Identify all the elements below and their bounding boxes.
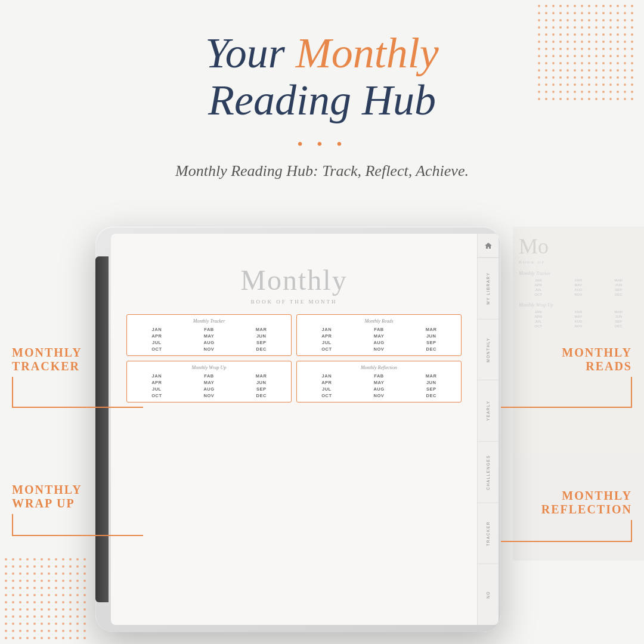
section-label-reads: Monthly Reads <box>302 318 456 324</box>
dots-decoration: • • • <box>0 135 644 154</box>
bg-section-label-1: Monthly Tracker <box>519 271 638 276</box>
section-monthly-tracker: Monthly Tracker JANFABMAR APRMAYJUN JULA… <box>126 314 292 356</box>
label-tracker-text: TRACKER <box>12 360 143 373</box>
bg-months-wrap: JANFARMAR APRMAYJUN JULAUGSEP OCTNOVDEC <box>519 310 638 328</box>
sidebar-item-challenges[interactable]: CHALLENGES <box>478 441 499 503</box>
label-reads-connector-horiz <box>501 407 632 408</box>
label-wrap-connector-horiz <box>12 535 143 536</box>
label-reads-connector-vert <box>631 377 632 407</box>
label-reflection-connector-vert <box>631 520 632 541</box>
label-wrap-up-text2: WRAP UP <box>12 497 143 510</box>
sidebar-home-icon[interactable] <box>478 234 499 258</box>
sidebar-item-no[interactable]: NO <box>478 564 499 625</box>
sidebar-item-my-library[interactable]: MY LIBRARY <box>478 258 499 319</box>
label-monthly-reads: MONTHLY READS <box>501 346 632 408</box>
bg-page-title: Mo <box>519 234 638 259</box>
months-reflection: JANFABMAR APRMAYJUN JULAUGSEP OCTNOVDEC <box>302 373 456 398</box>
bg-page-subtitle: BOOK OF <box>519 260 638 265</box>
label-monthly-tracker-text: MONTHLY <box>12 346 143 360</box>
dot-decoration-bottom-left <box>0 537 107 644</box>
subtitle: Monthly Reading Hub: Track, Reflect, Ach… <box>0 162 644 180</box>
sidebar-item-yearly[interactable]: YEARLY <box>478 380 499 441</box>
months-tracker: JANFABMAR APRMAYJUN JULAUGSEP OCTNOVDEC <box>132 327 286 352</box>
section-label-reflection: Monthly Reflection <box>302 365 456 370</box>
device-mockup: Monthly BOOK OF THE MONTH Monthly Tracke… <box>95 227 501 632</box>
label-reads-text2: READS <box>501 360 632 373</box>
label-monthly-tracker: MONTHLY TRACKER <box>12 346 143 408</box>
page: Mo BOOK OF Monthly Tracker JANFARMAR APR… <box>0 0 644 644</box>
bg-months-tracker: JANFARMAR APRMAYJUN JULAUGSEP OCTNOVDEC <box>519 278 638 296</box>
label-reads-text1: MONTHLY <box>501 346 632 360</box>
label-reflection-text1: MONTHLY <box>501 489 632 503</box>
sections-grid: Monthly Tracker JANFABMAR APRMAYJUN JULA… <box>120 314 467 402</box>
label-wrap-up-text1: MONTHLY <box>12 483 143 497</box>
section-monthly-reads: Monthly Reads JANFABMAR APRMAYJUN JULAUG… <box>296 314 462 356</box>
label-monthly-reflection: MONTHLY REFLECTION <box>501 489 632 542</box>
device-spine <box>95 256 109 602</box>
label-monthly-wrap-up: MONTHLY WRAP UP <box>12 483 143 536</box>
label-tracker-connector-horiz <box>12 407 143 408</box>
bg-section-label-2: Monthly Wrap Up <box>519 302 638 308</box>
section-label-tracker: Monthly Tracker <box>132 318 286 324</box>
label-reflection-text2: REFLECTION <box>501 503 632 516</box>
screen-sidebar: MY LIBRARY MONTHLY YEARLY CHALLENGES TRA… <box>477 234 499 625</box>
title-line2: Reading Hub <box>0 77 644 124</box>
months-reads: JANFABMAR APRMAYJUN JULAUGSEP OCTNOVDEC <box>302 327 456 352</box>
section-monthly-wrap-up: Monthly Wrap Up JANFABMAR APRMAYJUN JULA… <box>126 361 292 402</box>
label-tracker-connector-vert <box>12 377 13 407</box>
device-screen: Monthly BOOK OF THE MONTH Monthly Tracke… <box>111 234 499 625</box>
months-wrap-up: JANFABMAR APRMAYJUN JULAUGSEP OCTNOVDEC <box>132 373 286 398</box>
title-highlight: Monthly <box>296 29 439 77</box>
title-line1: Your Monthly <box>0 30 644 77</box>
section-monthly-reflection: Monthly Reflection JANFABMAR APRMAYJUN J… <box>296 361 462 402</box>
device-outer: Monthly BOOK OF THE MONTH Monthly Tracke… <box>95 227 501 632</box>
section-label-wrap-up: Monthly Wrap Up <box>132 365 286 370</box>
header: Your Monthly Reading Hub • • • Monthly R… <box>0 0 644 180</box>
screen-main: Monthly BOOK OF THE MONTH Monthly Tracke… <box>111 234 477 625</box>
screen-subtitle: BOOK OF THE MONTH <box>250 299 337 305</box>
label-wrap-connector-vert <box>12 514 13 535</box>
title-prefix: Your <box>205 29 295 77</box>
sidebar-item-monthly[interactable]: MONTHLY <box>478 319 499 380</box>
sidebar-item-tracker[interactable]: TRACKER <box>478 503 499 564</box>
label-reflection-connector-horiz <box>501 541 632 542</box>
screen-title: Monthly <box>240 264 347 296</box>
